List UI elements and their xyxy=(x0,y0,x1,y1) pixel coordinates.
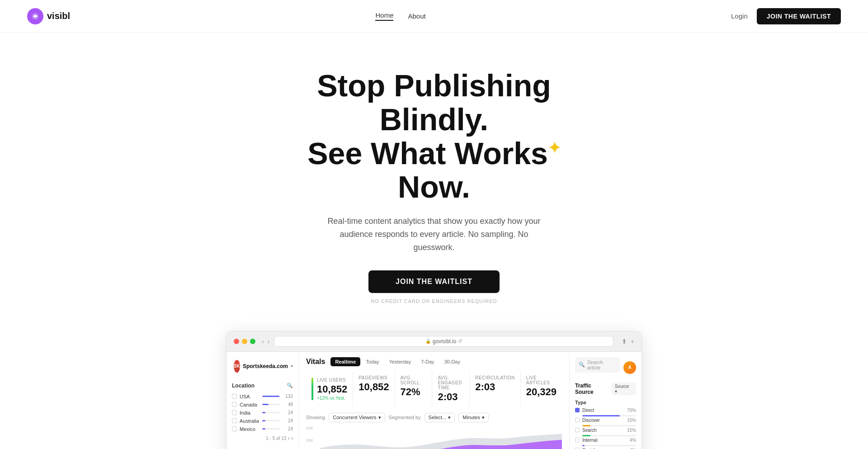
back-arrow[interactable]: ‹ xyxy=(262,338,264,345)
tab-7day[interactable]: 7-Day xyxy=(416,357,439,366)
page-prev[interactable]: ‹ xyxy=(288,436,289,441)
traffic-bar-row xyxy=(575,415,636,416)
source-dropdown[interactable]: Source ▾ xyxy=(611,383,636,395)
filter-bar xyxy=(262,428,280,430)
location-filter-item[interactable]: Mexico 24 xyxy=(232,425,293,433)
traffic-type-item[interactable]: Search 15% xyxy=(575,428,636,436)
traffic-checkbox[interactable] xyxy=(575,418,580,422)
minimize-dot[interactable] xyxy=(242,339,247,344)
filter-count: 48 xyxy=(283,402,293,407)
traffic-bar-fill xyxy=(582,415,620,416)
pagination: 1 - 5 of 13 ‹ › xyxy=(232,433,293,444)
filter-bar xyxy=(262,420,280,421)
avg-engaged-label: AVG. ENGAGED TIME xyxy=(438,375,464,390)
traffic-bar-bg xyxy=(582,425,636,426)
traffic-types: Direct 70% Discover 15% Se xyxy=(575,408,636,449)
avg-scroll-value: 72% xyxy=(401,386,427,398)
browser-mockup: ‹ › 🔒 govisibl.io ↺ ⬆ + SK Sportskeeda.c… xyxy=(0,331,868,449)
tab-today[interactable]: Today xyxy=(361,357,383,366)
chevron-down-icon: ▾ xyxy=(291,364,293,369)
login-button[interactable]: Login xyxy=(731,12,748,20)
filter-checkbox[interactable] xyxy=(232,394,237,399)
filter-bar xyxy=(262,396,280,397)
traffic-type-pct: 15% xyxy=(627,418,636,423)
new-tab-icon[interactable]: + xyxy=(631,338,634,345)
traffic-bar-fill xyxy=(582,445,585,446)
metric-recirc: RECIRCULATION 2:03 xyxy=(470,372,520,406)
segmented-label: Segmented by xyxy=(389,415,421,420)
filter-count: 132 xyxy=(283,394,293,399)
traffic-checkbox[interactable] xyxy=(575,408,580,412)
navbar: visibl Home About Login JOIN THE WAITLIS… xyxy=(0,0,868,33)
site-avatar: SK xyxy=(234,360,240,373)
tab-realtime[interactable]: Realtime xyxy=(330,357,360,366)
avg-engaged-value: 2:03 xyxy=(438,391,464,403)
url-bar[interactable]: 🔒 govisibl.io ↺ xyxy=(274,336,613,347)
filter-checkbox[interactable] xyxy=(232,418,237,423)
location-filter-item[interactable]: India 24 xyxy=(232,409,293,417)
browser-toolbar: ‹ › 🔒 govisibl.io ↺ ⬆ + xyxy=(226,331,642,352)
traffic-bar-fill xyxy=(582,425,590,426)
filter-checkbox[interactable] xyxy=(232,402,237,407)
location-filter-item[interactable]: USA 132 xyxy=(232,392,293,401)
segment-select[interactable]: Select... ▾ xyxy=(425,413,455,422)
page-next[interactable]: › xyxy=(292,436,293,441)
main-panel: Vitals Realtime Today Yesterday 7-Day 30… xyxy=(299,352,569,449)
type-label: Type xyxy=(575,400,636,405)
vitals-header: Vitals Realtime Today Yesterday 7-Day 30… xyxy=(306,357,562,366)
nav-waitlist-button[interactable]: JOIN THE WAITLIST xyxy=(757,8,841,24)
traffic-type-name: Search xyxy=(582,428,624,433)
tab-yesterday[interactable]: Yesterday xyxy=(385,357,416,366)
traffic-checkbox[interactable] xyxy=(575,428,580,432)
hero-description: Real-time content analytics that show yo… xyxy=(321,215,547,254)
filter-name: USA xyxy=(240,394,259,399)
nav-right: Login JOIN THE WAITLIST xyxy=(731,8,841,24)
filter-count: 24 xyxy=(283,410,293,415)
traffic-type-item[interactable]: Discover 15% xyxy=(575,418,636,426)
hero-heading: Stop Publishing Blindly. See What Works✦… xyxy=(276,69,592,204)
tab-30day[interactable]: 30-Day xyxy=(440,357,465,366)
traffic-bar-bg xyxy=(582,415,636,416)
filter-name: India xyxy=(240,410,259,416)
logo-text: visibl xyxy=(47,11,70,21)
traffic-type-pct: 15% xyxy=(627,428,636,433)
close-dot[interactable] xyxy=(234,339,239,344)
time-tabs: Realtime Today Yesterday 7-Day 30-Day xyxy=(330,357,465,366)
traffic-type-item[interactable]: Direct 70% xyxy=(575,408,636,416)
filter-checkbox[interactable] xyxy=(232,426,237,431)
metric-live-articles: LIVE ARTICLES 20,329 xyxy=(521,372,562,406)
traffic-item-row: Internal 4% xyxy=(575,438,636,443)
hero-section: Stop Publishing Blindly. See What Works✦… xyxy=(0,33,868,331)
location-search-icon[interactable]: 🔍 xyxy=(287,383,293,388)
traffic-checkbox[interactable] xyxy=(575,438,580,442)
chart-y-labels: 40K30K20K10K0 xyxy=(306,426,320,449)
reload-icon[interactable]: ↺ xyxy=(458,338,462,344)
traffic-type-item[interactable]: Social 4% xyxy=(575,448,636,449)
site-selector[interactable]: SK Sportskeeda.com ▾ xyxy=(232,357,293,375)
traffic-type-item[interactable]: Internal 4% xyxy=(575,438,636,446)
minutes-select[interactable]: Minutes ▾ xyxy=(458,413,489,422)
live-users-label: LIVE USERS xyxy=(317,378,347,383)
filter-checkbox[interactable] xyxy=(232,410,237,415)
concurrent-viewers-select[interactable]: Concurrent Viewers ▾ xyxy=(329,413,385,422)
location-filter-item[interactable]: Canada 48 xyxy=(232,401,293,409)
nav-about[interactable]: About xyxy=(408,12,425,20)
traffic-bar-row xyxy=(575,435,636,436)
maximize-dot[interactable] xyxy=(250,339,255,344)
traffic-type-name: Social xyxy=(582,448,627,449)
filter-name: Mexico xyxy=(240,426,259,432)
nav-home[interactable]: Home xyxy=(375,11,393,21)
location-filter-item[interactable]: Australia 24 xyxy=(232,417,293,425)
share-icon[interactable]: ⬆ xyxy=(622,338,627,345)
forward-arrow[interactable]: › xyxy=(268,338,270,345)
recirc-label: RECIRCULATION xyxy=(475,375,514,380)
search-article-input[interactable]: Search article xyxy=(587,359,616,370)
hero-waitlist-button[interactable]: JOIN THE WAITLIST xyxy=(368,270,500,293)
search-article-box[interactable]: 🔍 Search article xyxy=(575,357,620,373)
showing-label: Showing xyxy=(306,415,325,420)
live-bar xyxy=(311,378,313,400)
sidebar: SK Sportskeeda.com ▾ Location 🔍 USA 132 … xyxy=(226,352,299,449)
chart-area: 40K30K20K10K0 xyxy=(306,426,562,449)
metric-live-users: LIVE USERS 10,852 +12% vs Yest. xyxy=(306,372,353,406)
traffic-bar-bg xyxy=(582,435,636,436)
